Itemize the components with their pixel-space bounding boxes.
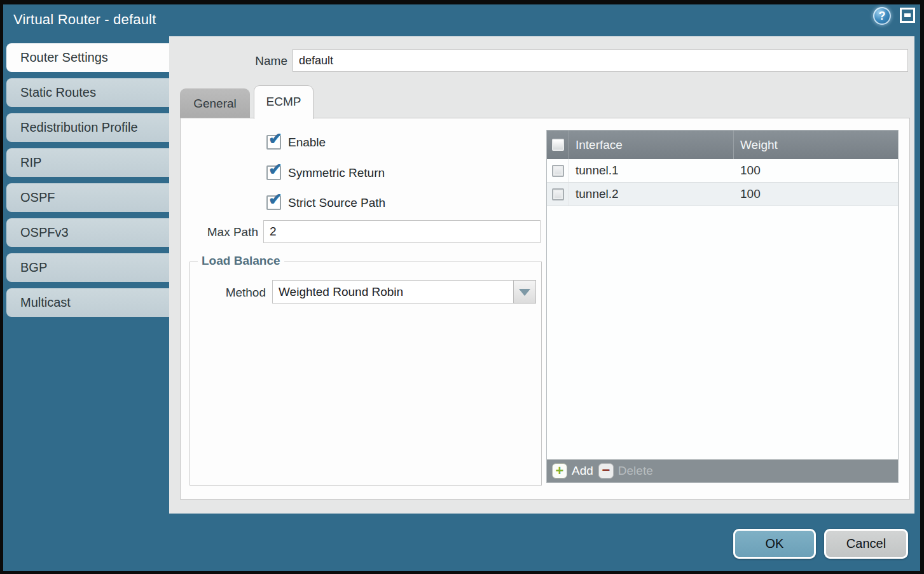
sidebar-item-multicast[interactable]: Multicast [6, 288, 169, 317]
column-header-weight[interactable]: Weight [734, 130, 898, 159]
cancel-button[interactable]: Cancel [824, 529, 908, 559]
enable-label: Enable [288, 135, 326, 150]
checkmark-icon: ✔ [268, 130, 282, 147]
sidebar-item-static-routes[interactable]: Static Routes [6, 78, 169, 107]
max-path-label: Max Path [181, 225, 258, 239]
add-button-label: Add [572, 464, 593, 478]
method-dropdown-value[interactable] [272, 280, 513, 304]
symmetric-return-checkbox[interactable]: ✔ [266, 165, 281, 180]
symmetric-return-label: Symmetric Return [288, 165, 385, 181]
method-dropdown-button[interactable] [513, 280, 536, 304]
strict-source-path-label: Strict Source Path [288, 195, 385, 211]
select-all-checkbox[interactable] [552, 139, 564, 151]
plus-icon: + [552, 463, 567, 479]
cell-interface: tunnel.1 [569, 159, 734, 182]
table-row[interactable]: tunnel.1 100 [547, 159, 898, 183]
cell-interface: tunnel.2 [569, 183, 734, 206]
column-header-interface[interactable]: Interface [569, 130, 734, 159]
sidebar-item-label: Router Settings [20, 50, 108, 64]
row-checkbox[interactable] [552, 188, 564, 200]
window-restore-icon[interactable] [900, 8, 915, 23]
table-empty-area [547, 206, 898, 459]
row-checkbox[interactable] [552, 165, 564, 177]
sidebar-item-bgp[interactable]: BGP [6, 253, 169, 282]
sidebar-item-label: OSPFv3 [20, 225, 69, 239]
tab-ecmp[interactable]: ECMP [254, 85, 314, 119]
minus-icon: − [598, 463, 614, 479]
sidebar-item-ospf[interactable]: OSPF [6, 183, 169, 212]
sidebar-item-label: RIP [20, 155, 41, 169]
checkmark-icon: ✔ [268, 161, 282, 178]
sidebar-item-redistribution-profile[interactable]: Redistribution Profile [6, 113, 169, 142]
chevron-down-icon [519, 289, 530, 296]
sidebar-item-label: OSPF [20, 190, 55, 204]
delete-button-label: Delete [618, 464, 653, 478]
load-balance-group: Load Balance Method [190, 262, 542, 486]
tab-label: General [193, 97, 237, 110]
tab-general[interactable]: General [180, 88, 250, 118]
delete-button[interactable]: − Delete [598, 463, 653, 479]
virtual-router-dialog: Virtual Router - default ? Router Settin… [3, 4, 920, 571]
sidebar-item-label: Multicast [20, 295, 71, 309]
sidebar-item-label: Redistribution Profile [20, 120, 138, 134]
table-row[interactable]: tunnel.2 100 [547, 183, 898, 206]
cell-weight: 100 [734, 183, 898, 206]
titlebar: Virtual Router - default ? [3, 4, 920, 36]
enable-checkbox[interactable]: ✔ [266, 135, 281, 150]
row-checkbox-cell [547, 183, 569, 206]
tab-label: ECMP [266, 95, 301, 108]
strict-source-path-checkbox[interactable]: ✔ [266, 195, 281, 210]
name-label: Name [169, 54, 287, 68]
sidebar-item-router-settings[interactable]: Router Settings [6, 43, 169, 72]
name-input[interactable] [293, 49, 908, 72]
help-icon[interactable]: ? [873, 7, 891, 25]
table-header: Interface Weight [547, 130, 898, 159]
table-footer: + Add − Delete [547, 459, 898, 482]
sidebar-item-rip[interactable]: RIP [6, 148, 169, 177]
sidebar-item-label: BGP [20, 260, 47, 274]
max-path-input[interactable] [263, 220, 541, 243]
sidebar-item-label: Static Routes [20, 85, 96, 99]
screen: Virtual Router - default ? Router Settin… [0, 0, 924, 574]
ecmp-panel: ✔ Enable ✔ Symmetric Return ✔ Strict Sou… [180, 118, 910, 500]
sidebar-item-ospfv3[interactable]: OSPFv3 [6, 218, 169, 247]
cell-weight: 100 [734, 159, 898, 182]
load-balance-legend: Load Balance [198, 254, 284, 268]
ok-button[interactable]: OK [733, 529, 816, 559]
method-label: Method [190, 286, 266, 300]
select-all-cell [547, 130, 569, 159]
row-checkbox-cell [547, 159, 569, 182]
add-button[interactable]: + Add [552, 463, 593, 479]
ecmp-interface-table: Interface Weight tunnel.1 100 [546, 130, 899, 483]
checkmark-icon: ✔ [268, 191, 282, 207]
dialog-title: Virtual Router - default [13, 11, 156, 28]
main-content: Name General ECMP ✔ Enable ✔ [169, 36, 914, 514]
